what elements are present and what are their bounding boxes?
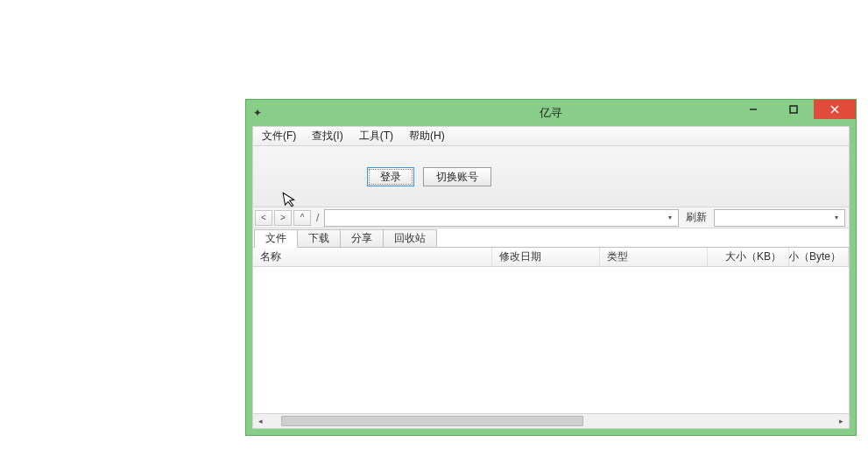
maximize-button[interactable]	[773, 100, 814, 119]
menu-file[interactable]: 文件(F)	[257, 127, 301, 145]
filter-dropdown[interactable]: ▾	[714, 209, 845, 227]
nav-toolbar: < > ^ / ▾ 刷新 ▾	[253, 207, 849, 228]
switch-account-button[interactable]: 切换账号	[423, 167, 491, 186]
titlebar[interactable]: ✦ 亿寻	[246, 100, 856, 126]
tab-files[interactable]: 文件	[254, 229, 298, 248]
refresh-button[interactable]: 刷新	[681, 210, 712, 225]
tabstrip: 文件 下载 分享 回收站	[253, 228, 849, 248]
col-name[interactable]: 名称	[253, 248, 492, 266]
nav-forward-button[interactable]: >	[274, 210, 292, 226]
menu-help[interactable]: 帮助(H)	[404, 127, 450, 145]
nav-back-button[interactable]: <	[255, 210, 272, 226]
menubar: 文件(F) 查找(I) 工具(T) 帮助(H)	[253, 127, 849, 146]
scroll-thumb[interactable]	[281, 416, 583, 426]
login-button-group: 登录 切换账号	[367, 167, 491, 186]
tab-downloads[interactable]: 下载	[297, 229, 341, 247]
chevron-down-icon: ▾	[663, 211, 676, 225]
nav-up-button[interactable]: ^	[293, 210, 311, 226]
scroll-left-icon[interactable]: ◂	[253, 414, 268, 428]
col-modified[interactable]: 修改日期	[492, 248, 600, 266]
window-controls	[733, 100, 856, 126]
file-list: 名称 修改日期 类型 大小（KB） 大小（Byte） ◂ ▸	[253, 248, 849, 428]
scroll-right-icon[interactable]: ▸	[834, 414, 849, 428]
col-type[interactable]: 类型	[600, 248, 708, 266]
login-button[interactable]: 登录	[367, 167, 414, 186]
svg-rect-1	[790, 106, 797, 113]
tab-recycle[interactable]: 回收站	[383, 229, 437, 247]
tab-share[interactable]: 分享	[340, 229, 384, 247]
col-size-byte[interactable]: 大小（Byte）	[789, 248, 849, 266]
login-panel: 登录 切换账号	[253, 146, 849, 207]
content-frame: 文件(F) 查找(I) 工具(T) 帮助(H) 登录 切换账号 < > ^ / …	[252, 126, 850, 429]
app-window: ✦ 亿寻 文件(F) 查找(I) 工具(T) 帮助(H) 登录 切换账号 < >…	[245, 99, 857, 436]
path-dropdown[interactable]: ▾	[324, 209, 679, 227]
app-icon: ✦	[251, 107, 264, 119]
path-separator: /	[313, 212, 322, 224]
column-headers: 名称 修改日期 类型 大小（KB） 大小（Byte）	[253, 248, 849, 267]
horizontal-scrollbar[interactable]: ◂ ▸	[253, 413, 849, 428]
list-body[interactable]	[253, 267, 849, 413]
menu-tools[interactable]: 工具(T)	[354, 127, 399, 145]
close-button[interactable]	[814, 100, 856, 119]
col-size-kb[interactable]: 大小（KB）	[708, 248, 789, 266]
chevron-down-icon: ▾	[829, 211, 843, 225]
minimize-button[interactable]	[733, 100, 773, 119]
menu-find[interactable]: 查找(I)	[307, 127, 348, 145]
